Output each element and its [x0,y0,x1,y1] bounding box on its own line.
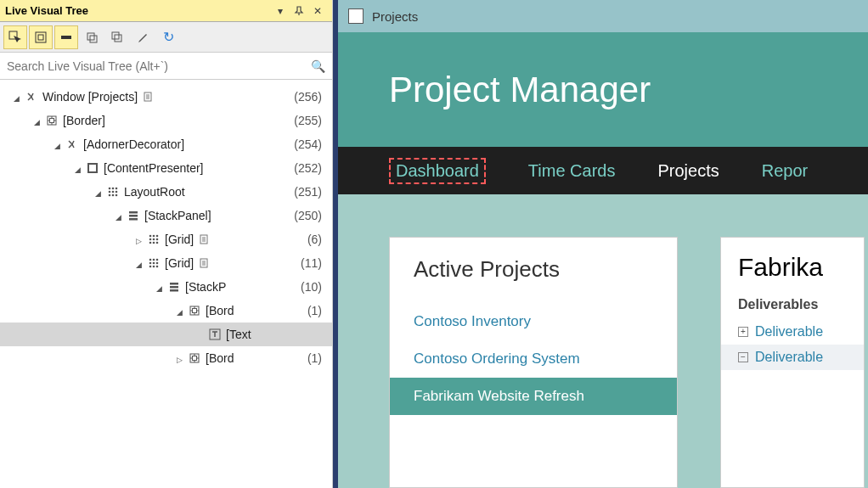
tree-label: [ContentPresenter] [104,161,204,175]
doc-icon [199,233,211,245]
tree-count: (6) [307,233,322,246]
project-item[interactable]: Contoso Inventory [414,303,653,340]
svg-point-27 [112,194,115,197]
tree-row[interactable]: [StackPanel](250) [0,204,332,227]
active-projects-card: Active Projects Contoso InventoryContoso… [389,237,678,488]
tree-row[interactable]: [StackP(10) [0,275,332,299]
tree-label: [Bord [206,304,234,317]
expand-arrow-icon[interactable] [71,161,83,175]
project-item[interactable]: Contoso Ordering System [414,340,653,378]
tree-count: (11) [301,256,322,270]
close-icon[interactable]: ✕ [310,3,325,19]
angle-icon [65,137,80,152]
dropdown-icon[interactable]: ▾ [273,3,288,19]
svg-rect-7 [115,35,121,42]
settings-button[interactable] [131,25,155,49]
svg-point-51 [149,266,152,268]
tree-count: (251) [294,185,322,199]
border-icon [44,113,59,128]
tree-row[interactable]: LayoutRoot(251) [0,180,332,204]
pin-icon[interactable] [291,3,307,19]
svg-point-39 [153,242,155,244]
expand-arrow-icon[interactable] [31,114,42,127]
svg-point-53 [156,266,159,268]
nav-item-repor[interactable]: Repor [762,161,808,181]
svg-point-47 [156,259,159,261]
border-icon [187,351,202,366]
tree-row[interactable]: [Grid](6) [0,227,332,251]
select-element-button[interactable] [3,25,27,49]
svg-rect-30 [129,215,138,217]
detail-title: Fabrika [738,253,847,282]
tree-label: [Grid] [165,233,194,246]
doc-icon [199,257,211,269]
deliverable-label: Deliverable [755,324,823,339]
tree-row[interactable]: [AdornerDecorator](254) [0,132,332,156]
tree-count: (1) [307,351,322,365]
tree-row[interactable]: [Grid](11) [0,251,332,275]
tree-count: (256) [294,90,322,104]
svg-point-49 [153,262,155,265]
expand-arrow-icon[interactable] [173,351,185,365]
tree-row[interactable]: [Border](255) [0,109,332,132]
tree-row[interactable]: [Bord(1) [0,299,332,323]
expand-box-icon[interactable]: + [738,327,748,337]
nav-item-time-cards[interactable]: Time Cards [528,161,616,181]
grid-dots-icon [146,232,161,247]
card-title: Active Projects [414,256,653,283]
svg-point-33 [153,235,155,238]
window-title: Projects [372,9,418,24]
svg-point-28 [116,194,118,197]
expand-arrow-icon[interactable] [51,137,63,151]
svg-rect-2 [38,35,43,40]
svg-point-22 [116,188,118,190]
app-header: Project Manager [338,32,868,147]
expand-arrow-icon[interactable] [112,209,124,222]
search-icon[interactable]: 🔍 [311,59,325,73]
tree-row[interactable]: [Bord(1) [0,346,332,370]
app-preview: Projects Project Manager DashboardTime C… [333,0,868,488]
svg-point-37 [156,238,159,241]
expand-arrow-icon[interactable] [132,256,144,270]
expand-all-button[interactable] [80,25,104,49]
project-item[interactable]: Fabrikam Website Refresh [390,378,677,415]
nav-item-projects[interactable]: Projects [657,161,719,181]
expand-box-icon[interactable]: − [738,352,748,362]
expand-arrow-icon[interactable] [10,90,22,104]
expand-arrow-icon[interactable] [173,304,185,317]
tree-count: (250) [294,209,322,222]
svg-point-24 [112,191,115,194]
tree-label: [Border] [63,114,105,127]
svg-point-25 [116,191,118,194]
search-input[interactable] [7,59,311,73]
expand-arrow-icon[interactable] [132,233,144,246]
deliverables-heading: Deliverables [738,297,847,312]
doc-icon [143,91,155,103]
expand-arrow-icon[interactable] [153,280,165,294]
panel-toolbar: ↻ [0,22,332,53]
tree-row[interactable]: [Text [0,323,332,346]
tree-row[interactable]: Window [Projects](256) [0,85,332,109]
track-focus-button[interactable] [54,25,78,49]
deliverable-item[interactable]: +Deliverable [738,319,847,345]
svg-point-50 [156,262,159,265]
refresh-button[interactable]: ↻ [156,25,180,49]
stack-icon [126,208,141,223]
svg-rect-5 [90,36,97,42]
collapse-all-button[interactable] [105,25,129,49]
svg-point-36 [153,238,155,241]
svg-point-40 [156,242,159,244]
nav-item-dashboard[interactable]: Dashboard [389,158,486,184]
tree-label: [AdornerDecorator] [83,137,184,151]
svg-rect-3 [61,36,71,39]
tree-label: [Grid] [165,256,194,270]
tree-row[interactable]: [ContentPresenter](252) [0,156,332,180]
layout-adorners-button[interactable] [29,25,53,49]
svg-point-52 [153,266,155,268]
deliverable-item[interactable]: −Deliverable [721,345,864,370]
app-header-title: Project Manager [389,70,651,110]
panel-header: Live Visual Tree ▾ ✕ [0,0,332,22]
svg-rect-58 [170,283,178,285]
expand-arrow-icon[interactable] [92,185,104,199]
search-bar: 🔍 [0,53,332,80]
